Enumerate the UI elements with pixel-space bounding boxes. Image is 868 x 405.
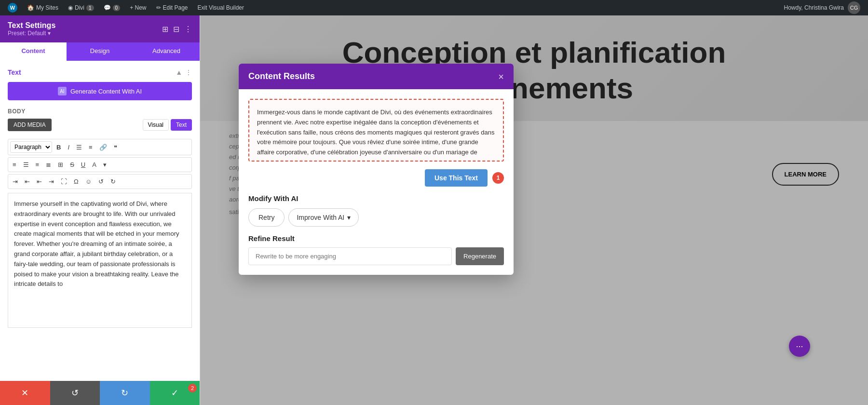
sidebar-preset[interactable]: Preset: Default ▾ — [8, 30, 55, 37]
indent2-button[interactable]: ⇤ — [34, 176, 44, 187]
generate-content-button[interactable]: AI Generate Content With AI — [8, 82, 192, 100]
text-section-title: Text — [8, 68, 21, 76]
sidebar: Text Settings Preset: Default ▾ ⊞ ⊟ ⋮ Co… — [0, 15, 200, 405]
indent-button[interactable]: ⇥ — [10, 176, 20, 187]
link-button[interactable]: 🔗 — [97, 142, 109, 152]
edit-page-link[interactable]: ✏ Edit Page — [152, 0, 192, 15]
editor-tabs: Visual Text — [143, 119, 192, 131]
bold-button[interactable]: B — [54, 142, 63, 152]
tab-design[interactable]: Design — [67, 42, 133, 61]
admin-bar-right: Howdy, Christina Gwira CG — [784, 1, 864, 14]
blockquote-button[interactable]: ❝ — [111, 142, 120, 152]
ai-chat-bubble[interactable]: ··· — [789, 336, 810, 357]
refine-row: Regenerate — [248, 247, 504, 265]
redo-editor-button[interactable]: ↻ — [108, 176, 118, 187]
refine-section: Refine Result Regenerate — [248, 234, 504, 265]
dropdown-button[interactable]: ▾ — [101, 160, 109, 170]
home-icon: 🏠 — [27, 4, 34, 11]
tab-visual[interactable]: Visual — [143, 119, 169, 131]
modify-buttons: Retry Improve With AI ▾ — [248, 208, 504, 227]
cancel-button[interactable]: ✕ — [0, 381, 50, 405]
page-preview: Conception et planification d'événements… — [200, 15, 868, 405]
refine-input[interactable] — [248, 247, 452, 265]
use-text-button[interactable]: Use This Text — [425, 169, 488, 187]
align-justify-button[interactable]: ≣ — [43, 160, 54, 170]
fullscreen-icon[interactable]: ⊞ — [162, 25, 168, 34]
comment-link[interactable]: 💬 0 — [100, 0, 124, 15]
use-text-row: Use This Text 1 — [248, 169, 504, 187]
dropdown-arrow-icon: ▾ — [347, 214, 351, 221]
main-content: Conception et planification d'événements… — [200, 15, 868, 405]
modify-section: Modify With AI Retry Improve With AI ▾ — [248, 194, 504, 227]
content-results-modal: Content Results × Immergez-vous dans le … — [239, 64, 514, 275]
divi-icon: ◉ — [68, 4, 73, 11]
emoji-button[interactable]: ☺ — [83, 176, 94, 187]
save-badge: 2 — [188, 384, 197, 392]
fullscreen-editor-button[interactable]: ⛶ — [58, 176, 69, 187]
sidebar-tabs: Content Design Advanced — [0, 42, 200, 61]
text-content-area[interactable]: Immerse yourself in the captivating worl… — [8, 193, 192, 328]
ai-icon: AI — [58, 87, 67, 95]
modal-overlay: Content Results × Immergez-vous dans le … — [200, 15, 868, 405]
italic-button[interactable]: I — [65, 142, 72, 152]
ordered-list-button[interactable]: ≡ — [86, 142, 95, 152]
undo-button[interactable]: ↺ — [50, 381, 100, 405]
section-more-icon[interactable]: ⋮ — [185, 68, 192, 76]
modal-close-button[interactable]: × — [498, 72, 504, 81]
special-char-button[interactable]: Ω — [71, 176, 81, 187]
tab-content[interactable]: Content — [0, 42, 67, 61]
ai-bubble-icon: ··· — [796, 341, 803, 351]
user-avatar: CG — [848, 1, 860, 14]
new-link[interactable]: + New — [126, 0, 150, 15]
wp-logo[interactable]: W — [4, 0, 21, 15]
exit-builder-link[interactable]: Exit Visual Builder — [194, 0, 248, 15]
align-left-button[interactable]: ≡ — [10, 160, 19, 170]
sidebar-content: Text ▲ ⋮ AI Generate Content With AI Bod… — [0, 61, 200, 381]
text-color-button[interactable]: A — [90, 160, 99, 170]
redo-button[interactable]: ↻ — [100, 381, 150, 405]
toolbar-row-2: ≡ ☰ ≡ ≣ ⊞ S U A ▾ — [8, 157, 192, 172]
my-sites-link[interactable]: 🏠 My Sites — [23, 0, 62, 15]
sidebar-header: Text Settings Preset: Default ▾ ⊞ ⊟ ⋮ — [0, 15, 200, 42]
more-options-icon[interactable]: ⋮ — [184, 25, 192, 34]
pencil-icon: ✏ — [156, 4, 161, 11]
strikethrough-button[interactable]: S — [68, 160, 77, 170]
bottom-bar: ✕ ↺ ↻ ✓ 2 — [0, 381, 200, 405]
layout-icon[interactable]: ⊟ — [173, 25, 179, 34]
outdent-button[interactable]: ⇤ — [22, 176, 32, 187]
tab-advanced[interactable]: Advanced — [133, 42, 200, 61]
toolbar-row-3: ⇥ ⇤ ⇤ ⇥ ⛶ Ω ☺ ↺ ↻ — [8, 174, 192, 189]
modal-header: Content Results × — [239, 64, 514, 89]
unordered-list-button[interactable]: ☰ — [74, 142, 84, 152]
undo-editor-button[interactable]: ↺ — [96, 176, 106, 187]
refine-label: Refine Result — [248, 234, 504, 243]
align-right-button[interactable]: ≡ — [33, 160, 42, 170]
table-button[interactable]: ⊞ — [55, 160, 66, 170]
divi-link[interactable]: ◉ Divi 1 — [64, 0, 98, 15]
toolbar-row-1: Paragraph B I ☰ ≡ 🔗 ❝ — [8, 139, 192, 155]
comment-count: 0 — [113, 5, 121, 11]
modal-title: Content Results — [248, 71, 315, 81]
save-button[interactable]: ✓ 2 — [150, 381, 200, 405]
wordpress-icon: W — [8, 3, 17, 13]
result-textarea[interactable]: Immergez-vous dans le monde captivant de… — [248, 99, 504, 162]
align-center-button[interactable]: ☰ — [21, 160, 31, 170]
tab-text[interactable]: Text — [171, 119, 192, 131]
add-media-button[interactable]: ADD MEDIA — [8, 119, 52, 131]
wp-admin-bar: W 🏠 My Sites ◉ Divi 1 💬 0 + New ✏ Edit P… — [0, 0, 868, 15]
underline-button[interactable]: U — [79, 160, 88, 170]
comment-icon: 💬 — [104, 4, 111, 11]
body-label: Body — [8, 108, 192, 115]
main-wrapper: Text Settings Preset: Default ▾ ⊞ ⊟ ⋮ Co… — [0, 15, 868, 405]
sidebar-title: Text Settings — [8, 21, 55, 30]
modal-body: Immergez-vous dans le monde captivant de… — [239, 89, 514, 275]
indent3-button[interactable]: ⇥ — [46, 176, 56, 187]
paragraph-select[interactable]: Paragraph — [10, 141, 52, 153]
improve-with-ai-button[interactable]: Improve With AI ▾ — [288, 208, 359, 227]
chevron-up-icon[interactable]: ▲ — [176, 68, 182, 76]
regenerate-button[interactable]: Regenerate — [456, 247, 504, 265]
retry-button[interactable]: Retry — [248, 208, 285, 227]
divi-count: 1 — [86, 5, 94, 11]
step-badge-1: 1 — [492, 172, 504, 184]
text-section-header: Text ▲ ⋮ — [8, 68, 192, 76]
